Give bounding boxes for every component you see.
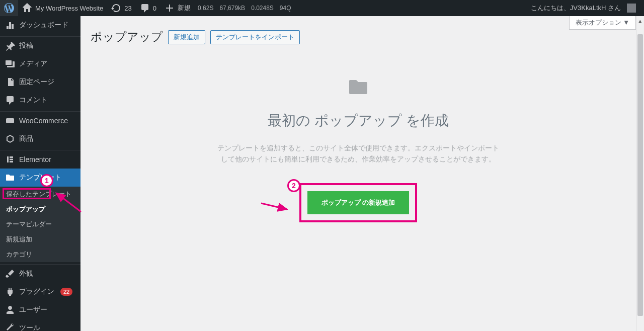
sidebar-label: 投稿 [19,41,33,50]
new-content-link[interactable]: 新規 [160,0,195,16]
annotation-arrow-1 [53,190,83,213]
greeting-text: こんにちは、JV3KkaLtkH さん [531,4,621,13]
home-icon [22,3,32,13]
sidebar-label: メディア [19,59,47,68]
elementor-icon [5,154,15,164]
sidebar-item-pages[interactable]: 固定ページ [0,73,80,91]
scroll-up-arrow[interactable]: ▴ [636,16,644,25]
user-icon [5,305,15,315]
sidebar-label: ユーザー [19,305,47,314]
import-template-button[interactable]: テンプレートをインポート [210,30,300,44]
add-new-button[interactable]: 新規追加 [168,30,205,44]
brush-icon [5,269,15,279]
pin-icon [5,41,15,51]
create-button-highlight: ポップアップ の新規追加 [299,183,418,222]
main-content: 表示オプション ▼ ポップアップ 新規追加 テンプレートをインポート 最初の ポ… [80,16,636,331]
svg-rect-0 [6,118,14,123]
wrench-icon [5,323,15,331]
sidebar-label: プラグイン [19,287,54,296]
sidebar-item-appearance[interactable]: 外観 [0,265,80,283]
annotation-arrow-2 [260,200,289,213]
sidebar-item-elementor[interactable]: Elementor [0,150,80,169]
avatar [627,4,636,13]
wp-logo[interactable] [0,0,18,16]
sidebar-label: WooCommerce [19,117,68,125]
plus-icon [165,3,175,13]
comments-link[interactable]: 0 [136,0,160,16]
sidebar-item-tools[interactable]: ツール [0,319,80,331]
comments-count: 0 [153,5,156,12]
updates-count: 23 [124,5,131,12]
sidebar-item-plugins[interactable]: プラグイン 22 [0,283,80,301]
woocommerce-icon [5,116,15,126]
folder-icon [346,75,370,99]
stat-queries: 94Q [277,5,294,12]
products-icon [5,134,15,144]
empty-title: 最初の ポップアップ を作成 [217,111,499,130]
page-title: ポップアップ [91,29,163,45]
svg-line-1 [56,193,81,212]
page-header: ポップアップ 新規追加 テンプレートをインポート [91,29,626,45]
dashboard-icon [5,20,15,30]
updates-link[interactable]: 23 [107,0,135,16]
create-popup-button[interactable]: ポップアップ の新規追加 [307,191,410,214]
page-icon [5,77,15,87]
site-name-text: My WordPress Website [35,5,103,12]
comment-icon [140,3,150,13]
submenu-category[interactable]: カテゴリ [0,247,80,262]
sidebar-label: 外観 [19,269,33,278]
stat-memory: 67,679kB [216,5,248,12]
sidebar-item-media[interactable]: メディア [0,55,80,73]
screen-options-toggle[interactable]: 表示オプション ▼ [569,16,636,30]
submenu-theme-builder[interactable]: テーマビルダー [0,217,80,232]
scrollbar-thumb[interactable] [637,34,643,316]
plugin-icon [5,287,15,297]
submenu-add-new[interactable]: 新規追加 [0,232,80,247]
site-name-link[interactable]: My WordPress Website [18,0,107,16]
media-icon [5,59,15,69]
sidebar-item-dashboard[interactable]: ダッシュボード [0,16,80,34]
new-label: 新規 [178,4,191,13]
sidebar-item-comments[interactable]: コメント [0,91,80,109]
admin-sidebar: ダッシュボード 投稿 メディア 固定ページ コメント WooCommerce 商… [0,16,80,331]
sidebar-label: コメント [19,96,47,105]
sidebar-item-posts[interactable]: 投稿 [0,37,80,55]
sidebar-label: Elementor [19,155,51,163]
vertical-scrollbar[interactable]: ▴ [636,16,644,331]
admin-bar: My WordPress Website 23 0 新規 0.62S [0,0,644,16]
update-icon [111,3,121,13]
annotation-badge-2: 2 [287,179,300,192]
wordpress-icon [4,3,14,13]
comment-icon [5,95,15,105]
annotation-badge-1: 1 [40,174,53,187]
sidebar-item-woocommerce[interactable]: WooCommerce [0,112,80,130]
stat-db: 0.0248S [248,5,277,12]
sidebar-label: ツール [19,323,40,331]
empty-description: テンプレートを追加すると、このサイト全体で使用できます。エクスポートやインポート… [217,142,499,165]
sidebar-label: 固定ページ [19,77,54,87]
svg-line-2 [261,203,287,209]
sidebar-item-products[interactable]: 商品 [0,130,80,148]
sidebar-label: ダッシュボード [19,21,68,30]
sidebar-label: 商品 [19,134,33,143]
folder-icon [5,173,15,183]
stat-time: 0.62S [195,5,216,12]
sidebar-item-users[interactable]: ユーザー [0,301,80,319]
plugin-update-badge: 22 [60,288,72,296]
user-greeting[interactable]: こんにちは、JV3KkaLtkH さん [527,0,640,16]
